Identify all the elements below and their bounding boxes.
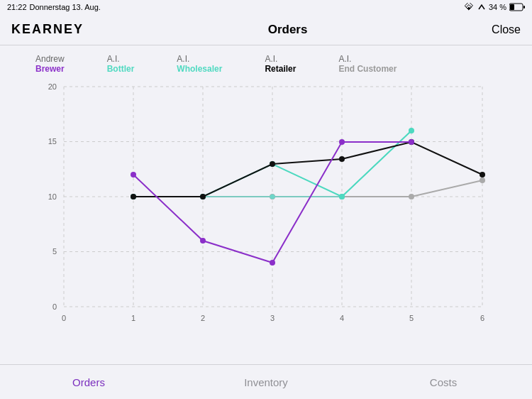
nav-bar: KEARNEY Orders Close — [0, 14, 532, 45]
svg-rect-2 — [523, 6, 525, 9]
legend-item-brewer: Andrew Brewer — [35, 54, 65, 74]
svg-point-46 — [270, 161, 275, 167]
svg-text:3: 3 — [270, 314, 275, 322]
svg-point-42 — [339, 194, 345, 200]
tab-orders[interactable]: Orders — [0, 365, 177, 399]
svg-point-50 — [131, 172, 136, 177]
orders-chart: 20 15 10 5 0 0 1 2 3 4 5 6 — [35, 80, 504, 342]
svg-text:0: 0 — [52, 302, 57, 311]
svg-point-33 — [480, 177, 485, 183]
tab-bar: Orders Inventory Costs — [0, 364, 532, 399]
legend-item-wholesaler: A.I. Wholesaler — [177, 54, 222, 74]
svg-text:0: 0 — [62, 314, 66, 322]
svg-text:5: 5 — [409, 314, 414, 322]
svg-text:6: 6 — [480, 314, 484, 322]
svg-point-32 — [409, 194, 414, 200]
svg-point-53 — [339, 139, 345, 145]
svg-point-54 — [409, 139, 414, 145]
svg-point-51 — [200, 238, 206, 244]
page-title: Orders — [268, 23, 308, 37]
status-time: 21:22 — [7, 3, 27, 11]
svg-point-49 — [480, 172, 485, 177]
svg-text:2: 2 — [201, 314, 205, 322]
svg-text:10: 10 — [48, 192, 57, 201]
svg-rect-1 — [510, 4, 514, 10]
svg-point-44 — [131, 194, 136, 200]
tab-inventory[interactable]: Inventory — [177, 365, 355, 399]
status-date: Donnerstag 13. Aug. — [30, 3, 101, 11]
svg-text:20: 20 — [48, 82, 57, 91]
wifi-icon — [463, 3, 475, 11]
chart-area: 20 15 10 5 0 0 1 2 3 4 5 6 — [0, 80, 532, 345]
svg-point-52 — [270, 260, 275, 266]
battery-level: 34 % — [489, 3, 506, 11]
svg-text:1: 1 — [131, 314, 135, 322]
status-bar: 21:22 Donnerstag 13. Aug. 34 % — [0, 0, 532, 14]
close-button[interactable]: Close — [492, 23, 521, 36]
svg-point-43 — [409, 128, 414, 133]
legend-item-bottler: A.I. Bottler — [107, 54, 135, 74]
svg-point-47 — [339, 156, 345, 162]
app-logo: KEARNEY — [11, 22, 84, 37]
svg-point-36 — [270, 195, 275, 200]
legend-item-retailer: A.I. Retailer — [265, 54, 296, 74]
tab-costs[interactable]: Costs — [355, 365, 532, 399]
battery-icon — [509, 3, 525, 11]
svg-point-45 — [200, 194, 206, 200]
status-indicators: 34 % — [463, 3, 525, 11]
chart-legend: Andrew Brewer A.I. Bottler A.I. Wholesal… — [0, 45, 532, 80]
legend-item-endcustomer: A.I. End Customer — [338, 54, 397, 74]
svg-text:4: 4 — [340, 314, 344, 322]
arrow-icon — [477, 3, 486, 11]
svg-text:15: 15 — [48, 137, 57, 146]
svg-text:5: 5 — [52, 247, 57, 256]
